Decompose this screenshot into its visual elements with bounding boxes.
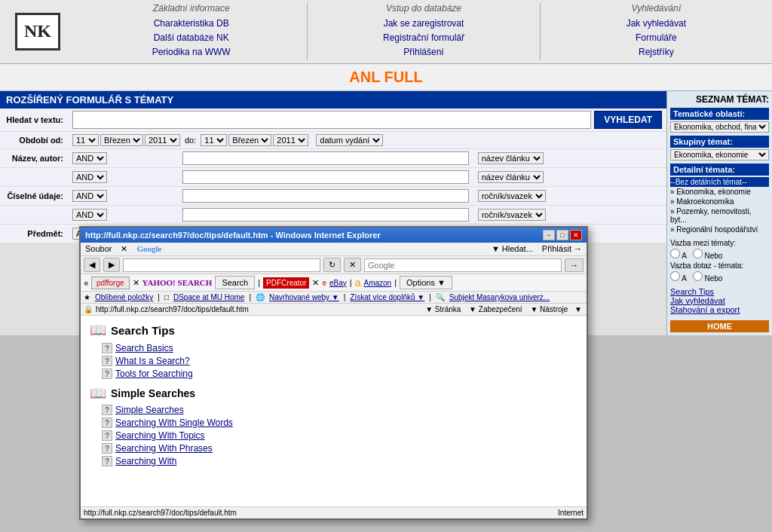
nav-link-periodika[interactable]: Periodika na WWW xyxy=(78,45,304,60)
browser-statusbar: http://full.nkp.cz/search97/doc/tips/def… xyxy=(81,506,587,518)
page-icon-8: ? xyxy=(102,456,112,466)
menu-close-tab[interactable]: ✕ xyxy=(121,244,127,254)
name-author-type-2[interactable]: název článku xyxy=(478,171,544,183)
numeric-op[interactable]: AND xyxy=(72,190,107,202)
vazba-nebo-radio[interactable] xyxy=(693,249,703,258)
form-header: ROZŠÍŘENÝ FORMULÁŘ S TÉMATY xyxy=(0,91,666,109)
what-is-search-link[interactable]: What Is a Search? xyxy=(115,356,190,366)
nav-link-rejstriky[interactable]: Rejstříky xyxy=(544,45,769,60)
name-author-op-2[interactable]: AND xyxy=(72,171,107,183)
google-search-bar[interactable] xyxy=(364,258,562,272)
search-button[interactable]: VYHLEDAT xyxy=(594,111,662,129)
menu-soubor[interactable]: Soubor xyxy=(85,244,112,254)
search-basics-link[interactable]: Search Basics xyxy=(115,343,173,353)
forward-button[interactable]: ▶ xyxy=(103,258,120,272)
logo-text: NK xyxy=(24,21,51,41)
stahovani-link[interactable]: Stahování a export xyxy=(670,305,740,314)
from-day-select[interactable]: 11 xyxy=(72,134,99,146)
nav-link-how-search[interactable]: Jak vyhledávat xyxy=(544,17,769,31)
go-button[interactable]: → xyxy=(565,258,584,272)
nav-link-form[interactable]: Registrační formulář xyxy=(311,31,536,45)
maximize-button[interactable]: □ xyxy=(556,230,568,240)
oblibene-link[interactable]: Oblíbené položky xyxy=(95,293,153,301)
name-author-input-2[interactable] xyxy=(182,170,469,184)
tips-link-what-is-search: ? What Is a Search? xyxy=(102,356,577,366)
sidebar-item-1[interactable]: » Makroekonomika xyxy=(670,197,769,206)
to-year-select[interactable]: 2011 xyxy=(273,134,308,146)
to-day-select[interactable]: 11 xyxy=(201,134,227,146)
minimize-button[interactable]: − xyxy=(543,230,555,240)
logo-area: NK xyxy=(0,5,75,58)
tools-btn[interactable]: ▼ Nástroje xyxy=(530,305,568,313)
name-author-input-1[interactable] xyxy=(182,151,469,165)
menu-find[interactable]: ▼ Hledat... xyxy=(492,244,533,254)
sep4: | xyxy=(394,278,397,287)
datum-select[interactable]: datum vydání xyxy=(316,134,383,146)
name-author-type-1[interactable]: název článku xyxy=(478,152,544,164)
searching-with-link[interactable]: Searching With xyxy=(115,456,176,466)
numeric-op-2[interactable]: AND xyxy=(72,209,107,221)
amazon-link[interactable]: Amazon xyxy=(363,279,391,287)
detailni-header: Detailní témata: xyxy=(670,164,769,176)
dspace-link[interactable]: DSpace at MU Home xyxy=(173,293,244,301)
browser-search-toolbar: ■ pdfforge ✕ YAHOO! SEARCH Search | PDFC… xyxy=(81,274,587,292)
tools-for-searching-link[interactable]: Tools for Searching xyxy=(115,368,193,379)
numeric-type[interactable]: ročník/svazek xyxy=(478,190,546,202)
search-tips-link[interactable]: Search Tips xyxy=(670,287,714,296)
skupiny-select[interactable]: Ekonomika, ekonomie xyxy=(670,149,769,161)
vazba-dotaz-a-radio[interactable] xyxy=(670,271,680,281)
ziskat-link[interactable]: Získat více doplňků ▼ xyxy=(350,293,424,301)
nav-link-register[interactable]: Jak se zaregistrovat xyxy=(311,17,536,31)
numeric-input-2[interactable] xyxy=(182,208,469,222)
close-button[interactable]: ✕ xyxy=(570,230,582,240)
nav-link-char-db[interactable]: Charakteristika DB xyxy=(78,17,304,31)
browser-toolbar: ◀ ▶ http://full.nkp.cz/search97/doc/tips… xyxy=(81,256,587,274)
phrases-link[interactable]: Searching With Phrases xyxy=(115,443,213,454)
search-text-input[interactable] xyxy=(72,111,591,129)
sidebar-item-0[interactable]: » Ekonomika, ekonomie xyxy=(670,187,769,197)
simple-searches-link[interactable]: Simple Searches xyxy=(115,405,184,415)
name-author-op-1[interactable]: AND xyxy=(72,152,107,164)
refresh-button[interactable]: ↻ xyxy=(323,258,341,272)
amazon-sep: | xyxy=(350,278,352,287)
page-icon-1: ? xyxy=(102,343,112,353)
nav-link-login[interactable]: Přihlášení xyxy=(311,45,536,60)
vazba-a-radio[interactable] xyxy=(670,249,680,258)
sidebar-item-3[interactable]: » Regionální hospodářství xyxy=(670,225,769,234)
vazba-section: Vazba mezi tématy: A Nebo Vazba dotaz - … xyxy=(670,239,769,283)
back-button[interactable]: ◀ xyxy=(84,258,100,272)
options-button[interactable]: Options ▼ xyxy=(400,276,452,289)
from-year-select[interactable]: 2011 xyxy=(145,134,180,146)
topics-link[interactable]: Searching With Topics xyxy=(115,430,205,441)
page-btn[interactable]: ▼ Stránka xyxy=(425,305,461,313)
pdfforge-label[interactable]: pdfforge xyxy=(91,277,130,289)
to-month-select[interactable]: Březen xyxy=(228,134,271,146)
tematic-select[interactable]: Ekonomika, obchod, fina... xyxy=(670,121,769,133)
browser-window: http://full.nkp.cz/search97/doc/tips/def… xyxy=(79,226,588,520)
lock-icon: 🔒 xyxy=(84,305,93,313)
numeric-type-2[interactable]: ročník/svazek xyxy=(478,209,546,221)
globe-icon: 🌐 xyxy=(256,293,265,301)
security-btn[interactable]: ▼ Zabezpečení xyxy=(469,305,522,313)
home-button[interactable]: HOME xyxy=(670,320,769,332)
address-bar[interactable]: http://full.nkp.cz/search97/doc/tips/def… xyxy=(123,258,320,272)
from-month-select[interactable]: Březen xyxy=(100,134,143,146)
menu-prihlasit[interactable]: Přihlásit → xyxy=(542,244,582,254)
stop-button[interactable]: ✕ xyxy=(344,258,361,272)
ebay-link[interactable]: eBay xyxy=(329,279,347,287)
nav-link-dalsi-db[interactable]: Další databáze NK xyxy=(78,31,304,45)
statusbar-zone: Internet xyxy=(558,509,584,517)
pdf-creator-button[interactable]: PDFCreator xyxy=(263,277,309,289)
detailni-selected[interactable]: --Bez detálních témat-- xyxy=(670,177,769,187)
yahoo-search-button[interactable]: Search xyxy=(215,276,255,289)
navrhov-link[interactable]: Navrhované weby ▼ xyxy=(269,293,339,301)
jak-vyhledavat-link[interactable]: Jak vyhledávat xyxy=(670,296,725,305)
vazba-dotaz-nebo-radio[interactable] xyxy=(693,271,703,281)
single-words-link[interactable]: Searching With Single Words xyxy=(115,417,233,428)
numeric-input[interactable] xyxy=(182,189,469,203)
help-btn[interactable]: ▼ xyxy=(574,305,582,313)
nav-link-formulare[interactable]: Formuláře xyxy=(544,31,769,45)
sidebar-item-2[interactable]: » Pozemky, nemovitosti, byt... xyxy=(670,206,769,225)
subjekt-link[interactable]: Subjekt Masarykova univerz... xyxy=(449,293,550,301)
numeric-label: Číselné údaje: xyxy=(0,186,68,205)
